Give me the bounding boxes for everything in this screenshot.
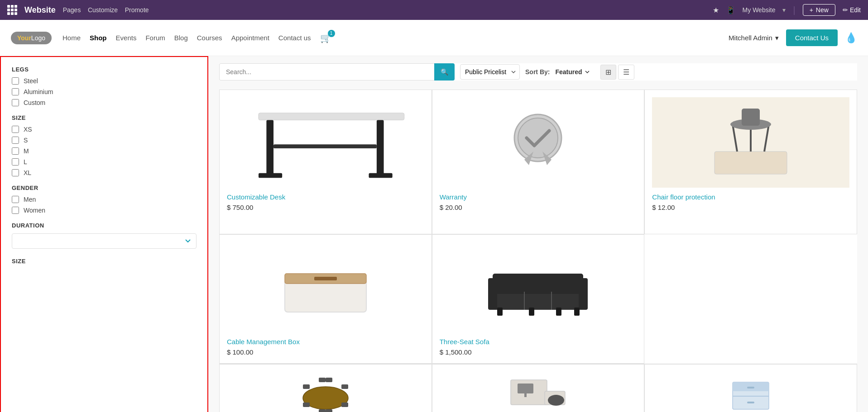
filter-l[interactable]: L — [12, 158, 197, 166]
list-view-button[interactable]: ☰ — [618, 65, 634, 80]
checkbox-aluminium[interactable] — [12, 88, 19, 95]
my-website-label[interactable]: My Website — [743, 6, 776, 14]
grid-icon[interactable] — [7, 5, 17, 15]
filter-m[interactable]: M — [12, 147, 197, 155]
checkbox-xl[interactable] — [12, 169, 19, 176]
nav-forum[interactable]: Forum — [145, 34, 165, 42]
site-nav: Home Shop Events Forum Blog Courses Appo… — [62, 33, 729, 43]
filter-aluminium[interactable]: Aluminium — [12, 88, 197, 95]
admin-bar-right: ★ 📱 My Website ▾ | + New ✏ Edit — [713, 4, 861, 16]
size-title: SIZE — [12, 114, 197, 121]
checkbox-men[interactable] — [12, 196, 19, 203]
cable-image — [227, 242, 424, 332]
admin-user[interactable]: Mitchell Admin ▾ — [729, 34, 779, 42]
filter-xl[interactable]: XL — [12, 169, 197, 176]
bottom-card-1[interactable] — [219, 364, 432, 412]
svg-rect-28 — [574, 308, 580, 316]
mobile-icon[interactable]: 📱 — [726, 6, 735, 14]
svg-rect-35 — [326, 378, 332, 382]
svg-line-13 — [764, 124, 769, 152]
filter-xs[interactable]: XS — [12, 126, 197, 133]
svg-rect-40 — [518, 384, 533, 393]
admin-dropdown-icon: ▾ — [775, 34, 779, 42]
size2-title: SIZE — [12, 258, 197, 265]
svg-rect-31 — [341, 384, 348, 389]
filter-custom[interactable]: Custom — [12, 99, 197, 106]
warranty-image — [440, 97, 637, 188]
chair-image — [652, 97, 849, 188]
bottom-card-2[interactable] — [432, 364, 645, 412]
svg-line-11 — [733, 124, 737, 152]
svg-rect-34 — [319, 378, 326, 382]
label-women: Women — [24, 207, 45, 214]
label-l: L — [24, 158, 27, 166]
svg-rect-27 — [556, 308, 561, 316]
grid-view-button[interactable]: ⊞ — [600, 65, 616, 80]
product-card-sofa[interactable]: Three-Seat Sofa $ 1,500.00 — [432, 234, 645, 364]
water-drop-icon: 💧 — [845, 32, 857, 44]
contact-us-button[interactable]: Contact Us — [786, 29, 838, 46]
edit-button[interactable]: ✏ Edit — [843, 6, 861, 14]
pricelist-select[interactable]: Public Pricelist — [460, 64, 520, 80]
filter-men[interactable]: Men — [12, 196, 197, 203]
admin-bar-left: Website Pages Customize Promote — [7, 5, 149, 15]
sofa-image — [440, 242, 637, 332]
checkbox-custom[interactable] — [12, 99, 19, 106]
nav-events[interactable]: Events — [116, 34, 137, 42]
product-card-chair[interactable]: Chair floor protection $ 12.00 — [644, 90, 857, 234]
label-xs: XS — [24, 126, 32, 133]
svg-rect-33 — [341, 403, 348, 407]
svg-rect-4 — [369, 173, 392, 178]
svg-rect-10 — [715, 152, 787, 174]
nav-contact[interactable]: Contact us — [278, 34, 311, 42]
nav-appointment[interactable]: Appointment — [231, 34, 269, 42]
label-aluminium: Aluminium — [24, 88, 53, 95]
filter-women[interactable]: Women — [12, 207, 197, 214]
nav-shop[interactable]: Shop — [90, 34, 107, 42]
new-button[interactable]: + New — [803, 4, 835, 16]
svg-point-42 — [548, 395, 564, 406]
desk-price: $ 750.00 — [227, 204, 424, 211]
product-card-warranty[interactable]: Warranty $ 20.00 — [432, 90, 645, 234]
checkbox-steel[interactable] — [12, 77, 19, 85]
svg-rect-30 — [303, 384, 310, 389]
nav-pages[interactable]: Pages — [63, 6, 81, 14]
cart-icon[interactable]: 🛒 1 — [320, 33, 331, 43]
nav-customize[interactable]: Customize — [88, 6, 118, 14]
checkbox-m[interactable] — [12, 147, 19, 155]
search-input[interactable] — [219, 63, 434, 81]
sort-select[interactable]: Featured — [555, 68, 591, 76]
product-area: 🔍 Public Pricelist Sort By: Featured ⊞ ☰ — [208, 56, 868, 412]
duration-select[interactable] — [12, 233, 197, 249]
logo-area[interactable]: YourLogo — [11, 32, 52, 44]
product-card-desk[interactable]: Customizable Desk $ 750.00 — [219, 90, 432, 234]
label-m: M — [24, 147, 29, 155]
nav-courses[interactable]: Courses — [197, 34, 222, 42]
admin-name: Mitchell Admin — [729, 34, 772, 42]
filter-s[interactable]: S — [12, 137, 197, 144]
product-card-cable[interactable]: Cable Management Box $ 100.00 — [219, 234, 432, 364]
nav-home[interactable]: Home — [62, 34, 81, 42]
nav-promote[interactable]: Promote — [125, 6, 149, 14]
svg-rect-15 — [742, 109, 760, 126]
chair-name: Chair floor protection — [652, 193, 849, 201]
svg-rect-41 — [524, 393, 527, 397]
search-bar: 🔍 — [219, 63, 455, 81]
label-xl: XL — [24, 169, 31, 176]
nav-blog[interactable]: Blog — [174, 34, 188, 42]
sofa-price: $ 1,500.00 — [440, 348, 637, 356]
search-button[interactable]: 🔍 — [434, 63, 455, 81]
filter-steel[interactable]: Steel — [12, 77, 197, 85]
cable-price: $ 100.00 — [227, 348, 424, 356]
star-icon[interactable]: ★ — [713, 6, 719, 14]
chair-price: $ 12.00 — [652, 204, 849, 211]
bottom-card-3[interactable] — [644, 364, 857, 412]
checkbox-xs[interactable] — [12, 126, 19, 133]
desk-name: Customizable Desk — [227, 193, 424, 201]
svg-rect-46 — [747, 387, 754, 388]
checkbox-s[interactable] — [12, 137, 19, 144]
checkbox-women[interactable] — [12, 207, 19, 214]
checkbox-l[interactable] — [12, 158, 19, 166]
cart-badge: 1 — [328, 30, 335, 37]
svg-rect-45 — [733, 396, 769, 397]
